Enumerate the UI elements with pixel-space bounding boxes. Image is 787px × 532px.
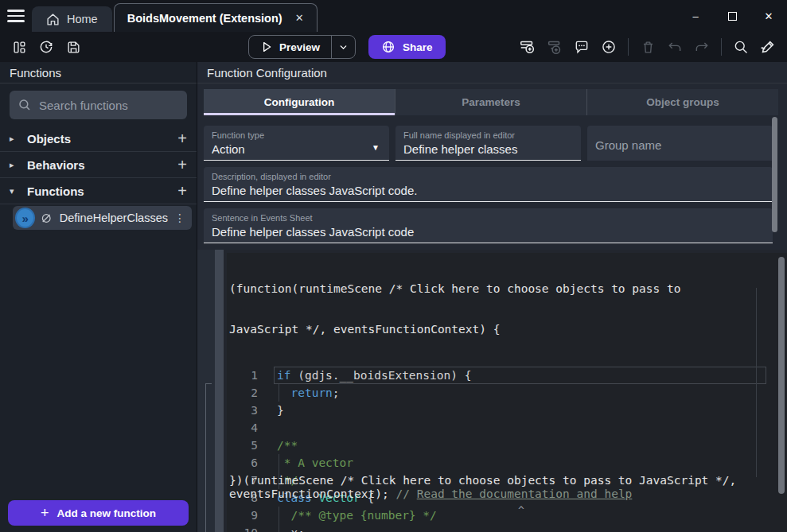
indent-guide: [279, 454, 279, 472]
js-function-footer: })(runtimeScene /* Click here to choose …: [229, 474, 778, 515]
preview-button[interactable]: Preview: [248, 35, 356, 59]
line-content[interactable]: * A vector: [266, 454, 353, 472]
tab-object-groups[interactable]: Object groups: [586, 89, 778, 115]
sentence-field[interactable]: Sentence in Events Sheet Define helper c…: [204, 208, 773, 243]
preview-options-dropdown[interactable]: [331, 36, 355, 58]
sidebar-section-objects[interactable]: ▸ Objects +: [0, 126, 197, 152]
function-configuration-panel: Function Configuration Configuration Par…: [197, 62, 787, 532]
section-label: Functions: [27, 184, 169, 198]
add-subevent-button[interactable]: [543, 36, 566, 58]
sidebar-section-behaviors[interactable]: ▸ Behaviors +: [0, 152, 197, 178]
search-icon: [733, 39, 749, 55]
full-name-field[interactable]: Full name displayed in editor Define hel…: [395, 126, 581, 161]
form-scrollbar[interactable]: [772, 117, 777, 232]
window-maximize-button[interactable]: [714, 0, 750, 32]
code-line[interactable]: 2 return;: [227, 384, 787, 402]
delete-button[interactable]: [637, 36, 659, 58]
line-content[interactable]: if (gdjs.__boidsExtension) {: [266, 367, 471, 384]
share-button[interactable]: Share: [368, 35, 446, 59]
line-content[interactable]: [266, 419, 277, 437]
version-history-button[interactable]: [35, 36, 57, 58]
toolbar-divider: [721, 38, 722, 56]
javascript-code-editor[interactable]: (function(runtimeScene /* Click here to …: [227, 253, 787, 532]
tab-boidsmovement[interactable]: BoidsMovement (Extension) ✕: [114, 3, 318, 32]
caret-right-icon[interactable]: ▸: [10, 134, 19, 144]
hamburger-menu-button[interactable]: [0, 0, 32, 32]
caret-right-icon[interactable]: ▸: [10, 160, 19, 170]
js-function-header[interactable]: (function(runtimeScene /* Click here to …: [227, 253, 787, 363]
js-footer-code1: })(runtimeScene /* Click here to choose …: [229, 474, 736, 487]
description-value: Define helper classes JavaScript code.: [212, 184, 765, 197]
add-new-function-button[interactable]: + Add a new function: [8, 500, 189, 526]
documentation-link[interactable]: Read the documentation and help: [417, 487, 633, 500]
code-line[interactable]: 5/**: [227, 437, 787, 454]
add-behavior-button[interactable]: +: [177, 157, 187, 173]
add-new-function-label: Add a new function: [57, 507, 157, 519]
config-form: Function type Action ▼ Full name display…: [197, 115, 787, 243]
config-title: Function Configuration: [197, 62, 787, 83]
code-line[interactable]: 1if (gdjs.__boidsExtension) {: [227, 367, 787, 384]
section-label: Behaviors: [27, 158, 169, 172]
line-content[interactable]: }: [266, 402, 284, 419]
caret-down-icon[interactable]: ▾: [10, 186, 19, 196]
line-number: 2: [227, 384, 266, 402]
code-line[interactable]: 10 x;: [227, 524, 787, 532]
open-projects-panel-button[interactable]: [8, 36, 30, 58]
titlebar: Home BoidsMovement (Extension) ✕ – ✕: [0, 0, 787, 32]
line-content[interactable]: x;: [266, 524, 305, 532]
search-functions-box[interactable]: [10, 91, 187, 119]
group-name-field[interactable]: [587, 126, 773, 161]
group-name-input[interactable]: [595, 138, 765, 152]
save-floppy-icon: [66, 40, 81, 55]
function-item-menu-icon[interactable]: ⋮: [174, 212, 185, 224]
line-number: 4: [227, 419, 266, 437]
window-close-button[interactable]: ✕: [750, 0, 787, 32]
function-item-definehelperclasses[interactable]: » DefineHelperClasses ⋮: [13, 206, 192, 230]
line-content[interactable]: /**: [266, 437, 298, 454]
redo-button[interactable]: [691, 36, 713, 58]
indent-guide: [279, 384, 279, 402]
sentence-label: Sentence in Events Sheet: [212, 213, 765, 223]
search-events-button[interactable]: [730, 36, 752, 58]
pencil-switch-icon: [759, 38, 777, 56]
collapse-caret-icon[interactable]: ^: [518, 504, 524, 516]
line-content[interactable]: return;: [266, 384, 340, 402]
preview-button-main[interactable]: Preview: [249, 41, 331, 53]
toolbar: Preview Share: [0, 32, 787, 62]
window-minimize-button[interactable]: –: [677, 0, 714, 32]
dropdown-arrow-icon: ▼: [372, 143, 380, 152]
tab-parameters[interactable]: Parameters: [395, 89, 586, 115]
line-number: 6: [227, 454, 266, 472]
undo-button[interactable]: [664, 36, 686, 58]
tab-configuration[interactable]: Configuration: [204, 89, 395, 115]
choose-event-button[interactable]: [598, 36, 620, 58]
add-event-button[interactable]: [516, 36, 539, 58]
code-line[interactable]: 6 * A vector: [227, 454, 787, 472]
function-type-select[interactable]: Function type Action ▼: [204, 126, 389, 161]
function-type-value: Action: [212, 142, 381, 156]
events-scrollbar[interactable]: [778, 257, 785, 494]
home-icon: [46, 13, 60, 26]
sidebar-section-functions[interactable]: ▾ Functions +: [0, 178, 197, 204]
code-line[interactable]: 3}: [227, 402, 787, 419]
edit-settings-button[interactable]: [757, 36, 779, 58]
search-icon: [18, 98, 32, 112]
tab-close-icon[interactable]: ✕: [295, 12, 304, 24]
description-field[interactable]: Description, displayed in editor Define …: [204, 167, 773, 202]
search-functions-input[interactable]: [39, 99, 174, 112]
window-controls: – ✕: [677, 0, 787, 32]
add-comment-button[interactable]: [571, 36, 593, 58]
maximize-icon: [728, 12, 737, 21]
share-label: Share: [403, 41, 433, 53]
add-object-button[interactable]: +: [177, 130, 187, 146]
tab-home[interactable]: Home: [32, 6, 112, 32]
event-drag-handle[interactable]: [215, 250, 224, 532]
event-selection-bracket: [205, 383, 212, 532]
line-number: 3: [227, 402, 266, 419]
code-line[interactable]: 4: [227, 419, 787, 437]
add-function-plus-button[interactable]: +: [177, 183, 187, 199]
toolbar-divider: [628, 38, 629, 56]
layout-panels-icon: [12, 40, 27, 55]
save-button[interactable]: [62, 36, 84, 58]
trash-icon: [641, 40, 656, 55]
